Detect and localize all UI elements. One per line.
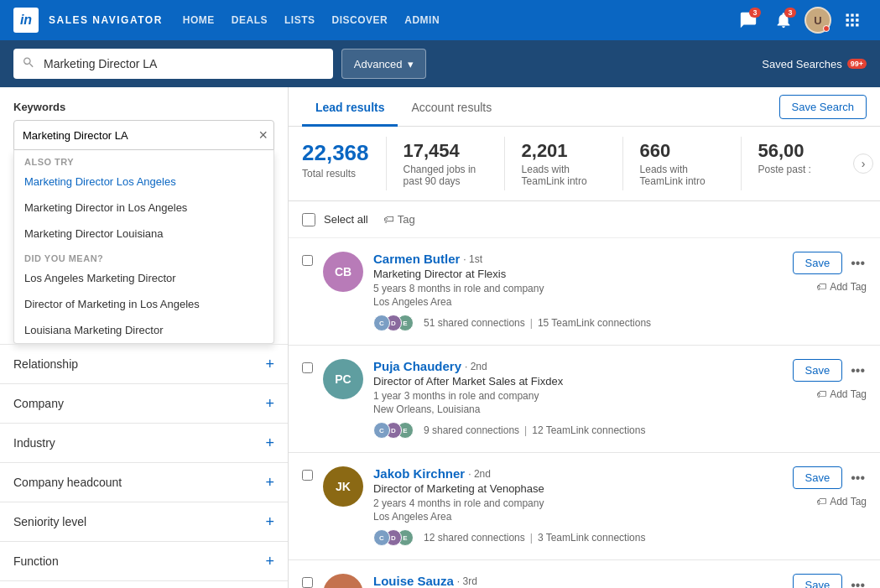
teamlink-leads-label: Leads with TeamLink intro	[522, 164, 606, 187]
add-tag-button-2[interactable]: 🏷 Add Tag	[816, 496, 867, 507]
changed-jobs-number: 17,454	[404, 140, 487, 162]
card-checkbox-1[interactable]	[302, 362, 313, 373]
add-tag-button-1[interactable]: 🏷 Add Tag	[816, 388, 867, 400]
filter-section-relationship[interactable]: Relationship +	[0, 344, 288, 383]
select-all-label: Select all	[324, 213, 368, 226]
card-checkbox-3[interactable]	[302, 577, 313, 588]
card-checkbox-2[interactable]	[302, 470, 313, 481]
save-button-2[interactable]: Save	[793, 466, 843, 489]
left-sidebar: Keywords × Also try Marketing Director L…	[0, 87, 289, 588]
advanced-search-button[interactable]: Advanced ▾	[341, 49, 426, 79]
card-actions-3: Save ••• 🏷 Add Tag	[793, 574, 867, 588]
save-button-3[interactable]: Save	[793, 574, 843, 588]
card-actions-2: Save ••• 🏷 Add Tag	[793, 466, 867, 507]
tab-lead-results[interactable]: Lead results	[302, 87, 398, 127]
filter-label-company-headcount: Company headcount	[13, 476, 122, 489]
result-card: CB Carmen Butler · 1st Marketing Directo…	[289, 238, 880, 346]
teamlink-leads2-number: 660	[640, 140, 724, 162]
search-bar-area: Advanced ▾ Saved Searches 99+	[0, 40, 880, 87]
nav-link-admin[interactable]: ADMIN	[404, 14, 440, 26]
keywords-input[interactable]	[13, 120, 274, 150]
more-button-3[interactable]: •••	[849, 579, 867, 589]
card-checkbox-0[interactable]	[302, 255, 313, 266]
stats-scroll-right[interactable]: ›	[853, 154, 873, 174]
tab-account-results[interactable]: Account results	[398, 87, 505, 127]
select-all-checkbox[interactable]	[302, 213, 315, 226]
result-card: LS Louise Sauza · 3rd Marketing Director…	[289, 560, 880, 588]
card-location-0: Los Angeles Area	[373, 296, 783, 308]
add-tag-icon-0: 🏷	[816, 281, 826, 293]
card-name-0[interactable]: Carmen Butler	[373, 252, 460, 266]
messages-button[interactable]: 3	[734, 6, 763, 34]
result-card: PC Puja Chaudery · 2nd Director of After…	[289, 346, 880, 453]
filter-section-company[interactable]: Company +	[0, 383, 288, 423]
filter-section-function[interactable]: Function +	[0, 541, 288, 580]
autocomplete-item-6[interactable]: Louisiana Marketing Director	[14, 317, 273, 343]
filter-label-function: Function	[13, 554, 59, 568]
stat-teamlink-leads2: 660 Leads with TeamLink intro	[640, 127, 741, 200]
card-name-2[interactable]: Jakob Kirchner	[373, 466, 465, 481]
search-input-wrapper	[13, 49, 333, 79]
save-button-0[interactable]: Save	[793, 252, 843, 274]
add-tag-icon-2: 🏷	[816, 496, 826, 507]
result-card: JK Jakob Kirchner · 2nd Director of Mark…	[289, 453, 880, 560]
card-degree-2: · 2nd	[468, 468, 491, 480]
card-title-1: Director of After Market Sales at Fixdex	[373, 375, 783, 388]
grid-menu-button[interactable]	[838, 6, 867, 34]
card-body-1: Puja Chaudery · 2nd Director of After Ma…	[373, 359, 783, 439]
nav-link-lists[interactable]: LISTS	[284, 14, 315, 26]
alerts-button[interactable]: 3	[769, 6, 798, 34]
autocomplete-item-1[interactable]: Marketing Director Los Angeles	[14, 169, 273, 195]
nav-logo[interactable]: in	[13, 8, 39, 33]
filter-plus-icon-company: +	[265, 396, 274, 411]
card-name-3[interactable]: Louise Sauza	[373, 574, 454, 588]
tag-button[interactable]: 🏷 Tag	[377, 210, 422, 229]
filter-section-seniority-level[interactable]: Seniority level +	[0, 502, 288, 541]
nav-link-deals[interactable]: DEALS	[232, 14, 268, 26]
card-body-2: Jakob Kirchner · 2nd Director of Marketi…	[373, 466, 783, 546]
search-input[interactable]	[13, 49, 333, 79]
results-list: CB Carmen Butler · 1st Marketing Directo…	[289, 238, 880, 588]
filter-section-title[interactable]: Title +	[0, 580, 288, 588]
keywords-clear-icon[interactable]: ×	[258, 127, 268, 143]
autocomplete-item-5[interactable]: Director of Marketing in Los Angeles	[14, 291, 273, 317]
card-tenure-2: 2 years 4 months in role and company	[373, 497, 783, 509]
card-avatar-0: CB	[323, 252, 363, 292]
linkedin-in-logo: in	[20, 13, 32, 28]
did-you-mean-label: Did you mean?	[14, 247, 273, 265]
top-nav: in SALES NAVIGATOR HOME DEALS LISTS DISC…	[0, 0, 880, 40]
saved-searches-button[interactable]: Saved Searches 99+	[762, 58, 867, 70]
autocomplete-item-2[interactable]: Marketing Director in Los Angeles	[14, 195, 273, 221]
nav-link-home[interactable]: HOME	[183, 14, 215, 26]
teamlink-leads2-label: Leads with TeamLink intro	[640, 164, 724, 187]
card-actions-0: Save ••• 🏷 Add Tag	[793, 252, 867, 293]
filter-label-seniority-level: Seniority level	[13, 515, 86, 528]
filter-section-industry[interactable]: Industry +	[0, 423, 288, 462]
total-results-label: Total results	[302, 168, 369, 180]
more-button-2[interactable]: •••	[849, 471, 867, 485]
card-location-2: Los Angeles Area	[373, 511, 783, 523]
changed-jobs-label: Changed jobs in past 90 days	[404, 164, 487, 187]
save-button-1[interactable]: Save	[793, 359, 843, 382]
stat-posted: 56,00 Poste past :	[758, 127, 845, 200]
card-avatar-2: JK	[323, 466, 363, 507]
right-content: Lead results Account results Save Search…	[289, 87, 880, 588]
messages-badge: 3	[749, 8, 761, 18]
autocomplete-item-4[interactable]: Los Angeles Marketing Director	[14, 265, 273, 291]
save-search-button[interactable]: Save Search	[779, 95, 867, 119]
posted-label: Poste past :	[758, 164, 811, 175]
card-location-1: New Orleans, Louisiana	[373, 403, 783, 415]
user-avatar[interactable]: U	[804, 7, 831, 34]
autocomplete-item-3[interactable]: Marketing Director Louisiana	[14, 221, 273, 247]
card-name-1[interactable]: Puja Chaudery	[373, 359, 461, 373]
filter-label-relationship: Relationship	[13, 357, 78, 371]
more-button-0[interactable]: •••	[849, 257, 867, 270]
nav-link-discover[interactable]: DISCOVER	[332, 14, 388, 26]
results-header: Select all 🏷 Tag	[289, 201, 880, 238]
keywords-section: Keywords × Also try Marketing Director L…	[0, 87, 288, 344]
filter-section-company-headcount[interactable]: Company headcount +	[0, 462, 288, 502]
add-tag-button-0[interactable]: 🏷 Add Tag	[816, 281, 867, 293]
advanced-chevron-icon: ▾	[408, 58, 414, 70]
also-try-label: Also try	[14, 150, 273, 169]
more-button-1[interactable]: •••	[849, 364, 867, 377]
